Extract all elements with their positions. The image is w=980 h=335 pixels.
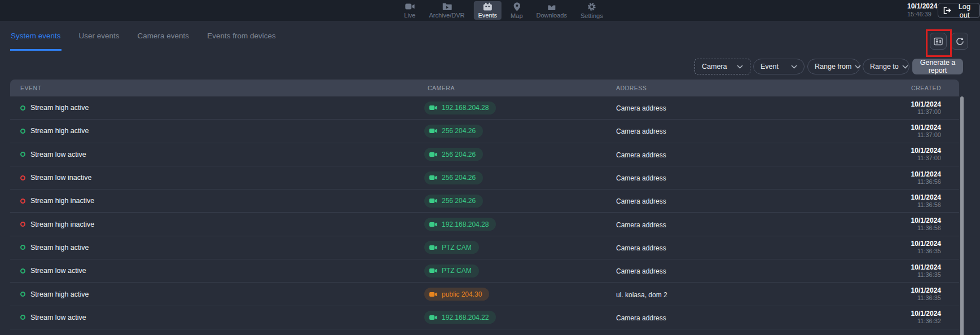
events-icon — [483, 2, 493, 11]
downloads-icon — [547, 2, 556, 11]
table-row[interactable]: Stream low active PTZ CAM Camera address… — [10, 259, 959, 283]
event-name: Stream high active — [30, 127, 89, 135]
report-view-button[interactable] — [930, 33, 947, 50]
table-row[interactable]: Stream high active public 204.30 ul. kol… — [10, 283, 959, 306]
event-name: Stream low active — [30, 314, 86, 321]
camera-icon — [429, 175, 437, 180]
table-row[interactable]: Stream low active 256 204.26 Camera addr… — [10, 143, 959, 166]
range-from-dropdown[interactable]: Range from — [807, 59, 860, 74]
nav-label: Live — [404, 12, 415, 19]
event-name: Stream low active — [30, 267, 86, 275]
created-date: 10/1/2024 — [858, 193, 941, 201]
logout-label: Log out — [955, 2, 974, 19]
table-row[interactable]: Stream low inactive 256 204.26 Camera ad… — [10, 166, 959, 189]
camera-badge[interactable]: PTZ CAM — [424, 265, 479, 277]
logout-icon — [943, 7, 951, 14]
event-filter-label: Event — [761, 63, 779, 70]
refresh-icon — [956, 37, 964, 46]
nav-label: Downloads — [537, 12, 567, 19]
camera-address: ul. kolasa, dom 2 — [616, 291, 667, 299]
range-to-dropdown[interactable]: Range to — [863, 59, 909, 74]
camera-icon — [429, 292, 437, 297]
created-date: 10/1/2024 — [858, 170, 941, 178]
tab-user-events[interactable]: User events — [78, 21, 120, 51]
nav-label: Archive/DVR — [429, 12, 465, 19]
filter-toolbar: Camera Event Range from Range to Generat… — [695, 59, 963, 74]
table-row[interactable]: Stream high inactive 256 204.26 Camera a… — [10, 189, 959, 213]
camera-icon — [429, 128, 437, 134]
camera-icon — [429, 105, 437, 111]
created-date: 10/1/2024 — [858, 310, 941, 318]
tab-camera-events[interactable]: Camera events — [137, 21, 190, 51]
camera-filter-dropdown[interactable]: Camera — [695, 59, 750, 74]
nav-item-settings[interactable]: Settings — [576, 1, 608, 20]
created-date: 10/1/2024 — [858, 124, 941, 131]
created-time: 11:36:56 — [858, 224, 941, 232]
clock: 10/1/2024 15:46:39 — [907, 2, 937, 19]
chevron-down-icon — [791, 65, 797, 69]
chevron-down-icon — [737, 65, 743, 69]
tab-system-events[interactable]: System events — [10, 21, 61, 51]
event-state-icon — [20, 245, 25, 250]
nav-item-live[interactable]: Live — [399, 1, 420, 20]
table-row[interactable]: Stream high active 192.168.204.28 Camera… — [10, 96, 959, 120]
main-nav: Live Archive/DVR Events Map Downloads — [399, 0, 607, 21]
report-icon — [934, 37, 943, 46]
created-time: 11:36:56 — [858, 178, 941, 186]
refresh-button[interactable] — [951, 33, 968, 50]
created-time: 11:37:00 — [858, 108, 941, 116]
created-time: 11:37:00 — [858, 131, 941, 139]
camera-badge[interactable]: 256 204.26 — [424, 171, 483, 184]
camera-badge[interactable]: 256 204.26 — [424, 125, 483, 138]
camera-badge[interactable]: 192.168.204.22 — [424, 311, 496, 324]
nav-item-map[interactable]: Map — [506, 1, 527, 20]
range-from-label: Range from — [815, 63, 851, 70]
column-header-camera: CAMERA — [424, 85, 616, 91]
event-state-icon — [20, 268, 25, 274]
camera-icon — [429, 198, 437, 204]
event-name: Stream high inactive — [30, 197, 94, 205]
table-row[interactable]: Stream high active PTZ CAM Camera addres… — [10, 236, 959, 259]
camera-address: Camera address — [616, 267, 666, 275]
camera-badge[interactable]: PTZ CAM — [424, 241, 479, 254]
nav-item-archive-dvr[interactable]: Archive/DVR — [425, 1, 469, 20]
created-time: 11:36:35 — [858, 294, 941, 302]
camera-icon — [429, 152, 437, 157]
column-header-address: ADDRESS — [616, 85, 858, 91]
current-time: 15:46:39 — [907, 11, 937, 19]
camera-icon — [429, 315, 437, 320]
tab-events-from-devices[interactable]: Events from devices — [206, 21, 276, 51]
logout-button[interactable]: Log out — [938, 3, 980, 18]
table-toolbar-buttons — [930, 33, 968, 50]
nav-item-downloads[interactable]: Downloads — [532, 1, 572, 20]
nav-item-events[interactable]: Events — [473, 1, 502, 20]
camera-name: 256 204.26 — [442, 197, 476, 205]
event-state-icon — [20, 129, 25, 134]
table-row[interactable]: Stream low active 192.168.204.22 Camera … — [10, 306, 959, 329]
event-state-icon — [20, 292, 25, 297]
event-name: Stream high active — [30, 290, 89, 298]
camera-badge[interactable]: 256 204.26 — [424, 148, 483, 161]
generate-report-button[interactable]: Generate a report — [912, 59, 963, 74]
created-time: 11:36:35 — [858, 271, 941, 279]
event-state-icon — [20, 105, 25, 111]
created-date: 10/1/2024 — [858, 217, 941, 224]
table-row[interactable]: Stream high inactive 192.168.204.28 Came… — [10, 213, 959, 236]
current-date: 10/1/2024 — [907, 2, 937, 11]
camera-badge[interactable]: 256 204.26 — [424, 195, 483, 208]
camera-badge[interactable]: 192.168.204.28 — [424, 102, 496, 114]
camera-name: 192.168.204.28 — [442, 221, 489, 228]
created-date: 10/1/2024 — [858, 100, 941, 108]
camera-name: PTZ CAM — [442, 244, 472, 252]
camera-address: Camera address — [616, 127, 666, 135]
camera-name: 256 204.26 — [442, 127, 476, 135]
camera-badge[interactable]: public 204.30 — [424, 288, 489, 301]
camera-badge[interactable]: 192.168.204.28 — [424, 218, 496, 231]
gear-icon — [587, 2, 596, 11]
top-bar: Live Archive/DVR Events Map Downloads — [0, 0, 980, 21]
event-filter-dropdown[interactable]: Event — [753, 59, 805, 74]
vertical-scrollbar[interactable] — [960, 96, 964, 335]
event-name: Stream high inactive — [30, 221, 94, 228]
range-to-label: Range to — [870, 63, 899, 70]
table-row[interactable]: Stream high active 256 204.26 Camera add… — [10, 120, 959, 143]
